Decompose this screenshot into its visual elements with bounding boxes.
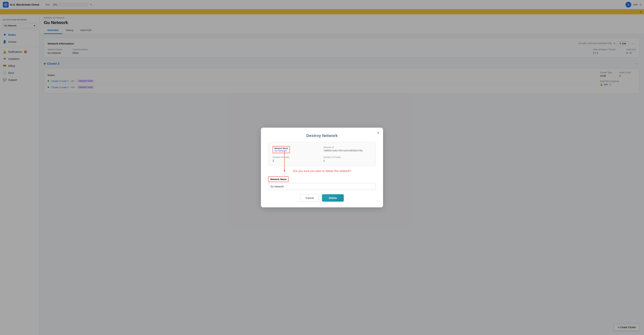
connector-line: [284, 150, 285, 172]
modal-close-button[interactable]: ×: [377, 130, 380, 135]
modal-network-id-field: Network Id 7dd955cf-ed91-45f4-bc0f-e3803…: [324, 146, 372, 153]
delete-button[interactable]: Delete: [322, 194, 344, 202]
modal-input-wrapper: [268, 183, 376, 190]
modal-body: Network Name Gu Network Network Id 7dd95…: [268, 142, 376, 190]
modal-info-grid: Network Name Gu Network Network Id 7dd95…: [272, 146, 372, 162]
cancel-button[interactable]: Cancel: [300, 194, 319, 202]
modal-input-section: Network Name: [268, 176, 376, 190]
modal-footer: Cancel Delete: [268, 194, 376, 202]
modal-nodes-field: Number of Nodes 2: [272, 156, 320, 162]
modal-cluster-field: Number of Cluster 1: [324, 156, 372, 162]
input-label-box: Network Name: [268, 176, 288, 182]
modal-network-name-field: Network Name Gu Network: [272, 146, 320, 153]
modal-overlay: × Destroy Network Network Name Gu Networ…: [0, 0, 644, 335]
destroy-network-modal: × Destroy Network Network Name Gu Networ…: [261, 128, 383, 207]
network-name-input[interactable]: [268, 183, 376, 190]
modal-name-annotation-box: Network Name Gu Network: [272, 146, 290, 153]
modal-title: Destroy Network: [268, 134, 376, 138]
